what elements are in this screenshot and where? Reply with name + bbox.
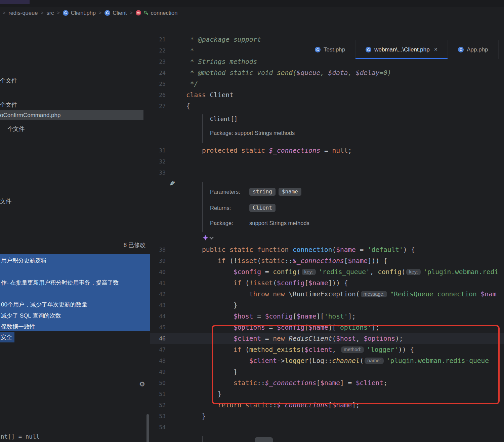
code-line-24[interactable]: 24 * @method static void send($queue, $d… xyxy=(150,67,504,78)
code-token: return xyxy=(218,401,245,409)
line-number[interactable]: 52 xyxy=(150,402,166,408)
breadcrumb-item-src[interactable]: src xyxy=(47,10,54,16)
code-line-45[interactable]: 45 $options = $config[$name]['options']; xyxy=(150,322,504,333)
line-number[interactable]: 33 xyxy=(150,170,166,176)
line-number[interactable]: 49 xyxy=(150,369,166,375)
line-number[interactable]: 44 xyxy=(150,313,166,320)
code-token: ][ xyxy=(316,312,324,320)
code-text: return static::$_connections[$name]; xyxy=(186,401,360,409)
line-number[interactable]: 51 xyxy=(150,391,166,397)
line-number[interactable]: 22 xyxy=(150,47,166,54)
breadcrumb-item-client-php[interactable]: CClient.php xyxy=(63,10,96,16)
code-line-52[interactable]: 52 return static::$_connections[$name]; xyxy=(150,400,504,411)
code-token: $delay xyxy=(356,69,379,77)
commit-message-selection-tail[interactable]: 安全 xyxy=(0,332,14,342)
line-number[interactable]: 47 xyxy=(150,346,166,353)
sidebar-scrollbar[interactable] xyxy=(146,414,149,442)
code-token: } xyxy=(186,301,238,309)
line-number[interactable]: 46 xyxy=(150,335,166,342)
line-number[interactable]: 38 xyxy=(150,247,166,253)
code-line-32[interactable]: 32 xyxy=(150,156,504,167)
code-line-47[interactable]: 47 if (method_exists($client, method:'lo… xyxy=(150,344,504,355)
code-line-41[interactable]: 41 if (!isset($config[$name])) { xyxy=(150,278,504,289)
code-line-33[interactable]: 33 xyxy=(150,167,504,178)
commit-message-line: 保数据一致性 xyxy=(1,323,35,331)
code-token: $client xyxy=(234,335,261,342)
code-line-53[interactable]: 53 } xyxy=(150,411,504,422)
tab-webman-client-php[interactable]: Cwebman\...\Client.php× xyxy=(355,40,448,59)
commit-sidebar: 个文件个文件oConfirmCommand.php个文件文件 8 已修改 用户积… xyxy=(0,19,150,442)
code-token: method_exists xyxy=(249,346,301,354)
code-token: [ xyxy=(344,257,348,265)
code-token: { xyxy=(186,102,190,110)
sidebar-item[interactable]: 个文件 xyxy=(0,100,17,110)
line-number[interactable]: 26 xyxy=(150,92,166,98)
line-number[interactable]: 50 xyxy=(150,380,166,386)
code-line-49[interactable]: 49 } xyxy=(150,366,504,377)
line-number[interactable]: 42 xyxy=(150,291,166,297)
tab-test-php[interactable]: CTest.php xyxy=(305,40,355,59)
pencil-icon[interactable]: ✎ xyxy=(169,180,175,188)
code-token: $config xyxy=(234,268,261,276)
code-line-54[interactable]: 54 xyxy=(150,422,504,433)
tab-app-php[interactable]: CApp.php xyxy=(448,40,498,59)
line-number[interactable]: 41 xyxy=(150,280,166,286)
line-number[interactable]: 45 xyxy=(150,324,166,331)
code-line-38[interactable]: 38 public static function connection($na… xyxy=(150,244,504,255)
commit-message-selection[interactable]: 用户积分更新逻辑作- 在批量更新用户积分时使用事务，提高了数00个用户，减少了单… xyxy=(0,254,150,331)
commit-message-line: 减少了 SQL 查询的次数 xyxy=(1,312,61,320)
line-number[interactable]: 23 xyxy=(150,59,166,65)
sidebar-item[interactable]: 个文件 xyxy=(7,124,25,134)
doc-row: Parameters:string$name xyxy=(210,188,304,196)
code-line-46[interactable]: 46 $client = new RedisClient($host, $opt… xyxy=(150,333,504,344)
code-line-31[interactable]: 31 protected static $_connections = null… xyxy=(150,145,504,156)
code-area[interactable]: 21 * @package support22 *23 * Strings me… xyxy=(150,34,504,442)
line-number[interactable]: 39 xyxy=(150,258,166,264)
close-icon[interactable]: × xyxy=(434,46,438,53)
code-line-51[interactable]: 51 } xyxy=(150,389,504,400)
line-number[interactable]: 53 xyxy=(150,413,166,419)
code-token: 'host' xyxy=(324,312,348,320)
code-line-50[interactable]: 50 static::$_connections[$name] = $clien… xyxy=(150,377,504,389)
code-line-42[interactable]: 42 throw new \RuntimeException(message:"… xyxy=(150,289,504,300)
line-number[interactable]: 31 xyxy=(150,147,166,154)
ai-assistant-icon[interactable] xyxy=(203,235,213,241)
code-token: =0) xyxy=(379,69,391,77)
code-token: ][ xyxy=(328,324,336,331)
code-token: } xyxy=(186,390,222,398)
sidebar-item[interactable]: 文件 xyxy=(0,196,11,206)
gear-icon[interactable]: ⚙ xyxy=(139,380,145,388)
line-number[interactable]: 24 xyxy=(150,70,166,76)
line-number[interactable]: 48 xyxy=(150,358,166,364)
code-token: public static function xyxy=(202,246,293,254)
line-number[interactable]: 21 xyxy=(150,36,166,43)
code-line-26[interactable]: 26class Client xyxy=(150,89,504,101)
breadcrumb-item-client[interactable]: CClient xyxy=(104,10,127,16)
breadcrumb-item-connection[interactable]: mconnection xyxy=(136,10,178,16)
inlay-hint: name: xyxy=(365,358,383,364)
code-token: $name xyxy=(308,324,328,331)
code-line-39[interactable]: 39 if (!isset(static::$_connections[$nam… xyxy=(150,255,504,266)
sidebar-item[interactable]: 个文件 xyxy=(0,76,17,85)
code-line-40[interactable]: 40 $config = config(key:'redis_queue', c… xyxy=(150,266,504,278)
code-token: static xyxy=(234,379,257,387)
line-number[interactable]: 40 xyxy=(150,269,166,275)
code-token: ( xyxy=(360,357,364,365)
line-number[interactable]: 25 xyxy=(150,81,166,87)
code-line-48[interactable]: 48 $client->logger(Log::channel(name:'pl… xyxy=(150,355,504,366)
line-number[interactable]: 32 xyxy=(150,158,166,165)
editor-pane[interactable]: 21 * @package support22 *23 * Strings me… xyxy=(150,19,504,442)
line-number[interactable]: 43 xyxy=(150,302,166,308)
inlay-hint: key: xyxy=(302,269,316,275)
code-line-44[interactable]: 44 $host = $config[$name]['host']; xyxy=(150,311,504,322)
line-number[interactable]: 54 xyxy=(150,424,166,431)
breadcrumb-item-redis-queue[interactable]: redis-queue xyxy=(8,10,38,16)
code-line-27[interactable]: 27{ xyxy=(150,101,504,112)
code-token: [ xyxy=(304,324,308,331)
code-token: connection xyxy=(293,246,332,254)
code-line-43[interactable]: 43 } xyxy=(150,300,504,311)
tab-orderautoconfirmcommand-php[interactable]: COrderAutoConfirmCommand.php xyxy=(499,40,504,59)
sidebar-item[interactable]: oConfirmCommand.php xyxy=(0,110,143,120)
code-line-25[interactable]: 25 */ xyxy=(150,78,504,89)
line-number[interactable]: 27 xyxy=(150,103,166,109)
